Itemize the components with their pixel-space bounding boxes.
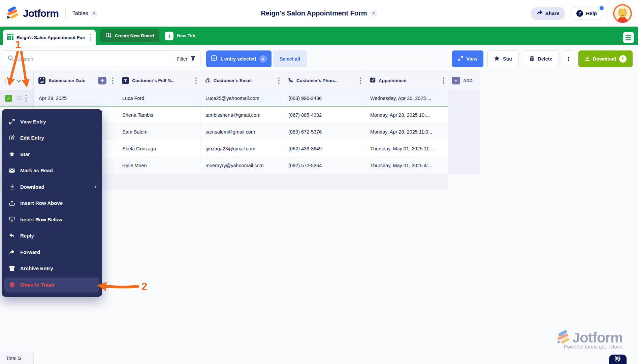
feedback-button[interactable] (609, 355, 627, 364)
cell-email[interactable]: moenryry@yahoomail.com (200, 157, 283, 174)
add-column-label: ADD (463, 78, 473, 83)
chevron-down-icon[interactable] (17, 78, 21, 84)
trash-icon (9, 282, 15, 288)
cell-full-name[interactable]: Shena Tambis (117, 107, 200, 123)
cell-email[interactable]: samsalem@gmail.com (200, 123, 283, 140)
delete-button[interactable]: Delete (523, 50, 559, 67)
cell-phone[interactable]: (092) 572-5264 (283, 157, 365, 174)
menu-item-forward[interactable]: Forward (2, 244, 102, 260)
column-menu-icon[interactable]: ••• (360, 77, 361, 84)
product-label: Tables (72, 10, 88, 16)
column-label: Appointment (379, 78, 407, 83)
select-all-label: Select all (280, 56, 300, 62)
notification-dot (600, 6, 604, 10)
column-header-email[interactable]: @ Customer's Email ••• (200, 71, 283, 90)
column-label: Customer's Email (214, 78, 252, 83)
pin-icon[interactable] (98, 77, 106, 84)
menu-item-label: Move to Trash (20, 282, 54, 288)
cell-full-name[interactable]: Sam Salem (117, 123, 200, 140)
forward-icon (9, 250, 15, 255)
cell-phone[interactable]: (062) 439-8649 (283, 140, 365, 157)
insert-row-below-icon (9, 217, 15, 222)
cell-submission-date[interactable]: Apr 29, 2025 (34, 90, 117, 106)
search-input[interactable] (14, 56, 172, 62)
table-row[interactable]: ✓ ••• Apr 29, 2025 Luca Ford Luca25@yaho… (0, 90, 480, 107)
column-header-full-name[interactable]: T Customer's Full N... ••• (117, 71, 200, 90)
cell-phone[interactable]: (067) 885-4332 (283, 107, 365, 123)
menu-item-insert-row-below[interactable]: Insert Row Below (2, 211, 102, 228)
product-switcher[interactable]: Tables ▾ (72, 10, 97, 17)
cell-appointment[interactable]: Monday, Apr 28, 2025 10:... (365, 107, 448, 123)
user-avatar[interactable] (613, 4, 632, 23)
menu-item-edit-entry[interactable]: Edit Entry (2, 130, 102, 146)
cell-email[interactable]: Luca25@yahoomail.com (200, 90, 283, 106)
more-actions-button[interactable]: ⋮ (563, 50, 574, 67)
menu-item-mark-as-read[interactable]: Mark as Read (2, 162, 102, 179)
menu-item-label: Star (20, 151, 30, 157)
cell-appointment[interactable]: Thursday, May 01, 2025 11:... (365, 140, 448, 157)
active-sheet-tab[interactable]: Reign's Salon Appointment Form ••• (3, 30, 96, 45)
cell-email[interactable]: tambisshena@gmail.com (200, 107, 283, 123)
cell-phone[interactable]: (063) 996-2436 (283, 90, 365, 106)
cell-email[interactable]: ginzaga23@gmail.com (200, 140, 283, 157)
help-button[interactable]: ? Help (570, 7, 603, 20)
select-all-checkbox[interactable] (5, 77, 12, 84)
new-tab-button[interactable]: + New Tab (165, 29, 195, 42)
menu-item-move-to-trash[interactable]: Move to Trash (4, 278, 99, 292)
row-menu-icon[interactable]: ••• (25, 94, 27, 102)
view-button[interactable]: View (452, 50, 483, 67)
watermark-tagline: Powerful forms get it done (556, 344, 623, 350)
envelope-icon (9, 168, 15, 173)
divider (608, 4, 608, 23)
select-all-button[interactable]: Select all (273, 50, 307, 67)
row-gutter: ✓ ••• (0, 90, 34, 106)
cell-full-name[interactable]: Rylie Moen (117, 157, 200, 174)
board-menu-button[interactable] (623, 32, 634, 43)
jotform-watermark-icon (556, 330, 570, 345)
star-button[interactable]: Star (487, 50, 519, 67)
cell-appointment[interactable]: Monday, Apr 28, 2025 11:0... (365, 123, 448, 140)
column-menu-icon[interactable]: ••• (278, 77, 280, 84)
column-header-phone[interactable]: Customer's Phon... ••• (283, 71, 365, 90)
cell-full-name[interactable]: Shela Gonzaga (117, 140, 200, 157)
divider (65, 9, 66, 18)
download-button[interactable]: Download 1 (578, 50, 633, 67)
menu-item-view-entry[interactable]: View Entry (2, 113, 102, 130)
plus-icon: + (165, 32, 173, 40)
menu-item-insert-row-above[interactable]: Insert Row Above (2, 195, 102, 212)
menu-item-star[interactable]: Star (2, 146, 102, 162)
cell-full-name[interactable]: Luca Ford (117, 90, 200, 106)
column-menu-icon[interactable]: ••• (443, 77, 444, 84)
column-header-appointment[interactable]: Appointment ••• (365, 71, 448, 90)
column-menu-icon[interactable]: ••• (112, 77, 114, 84)
add-column-button[interactable]: + ADD (448, 71, 480, 90)
filter-button[interactable]: Filter (172, 51, 200, 67)
column-label: Submission Date (49, 78, 86, 83)
star-label: Star (503, 56, 512, 62)
menu-item-download[interactable]: Download › (2, 179, 102, 195)
menu-item-label: Insert Row Above (20, 200, 63, 206)
column-menu-icon[interactable]: ••• (195, 77, 197, 84)
menu-item-archive-entry[interactable]: Archive Entry (2, 260, 102, 277)
checkbox-check-icon (211, 55, 217, 63)
share-icon (537, 10, 543, 16)
entries-selected-button[interactable]: 1 entry selected ✕ (206, 50, 272, 67)
cell-appointment[interactable]: Thursday, May 01, 2025 4:... (365, 157, 448, 174)
menu-item-label: Archive Entry (20, 265, 53, 271)
logo-group[interactable]: Jotform Tables ▾ (0, 6, 97, 21)
cell-appointment[interactable]: Wednesday, Apr 30, 2025 ... (365, 90, 448, 106)
column-header-submission-date[interactable]: 10 Submission Date ••• (34, 71, 117, 90)
tab-more-icon[interactable]: ••• (88, 33, 92, 42)
row-checkbox-checked[interactable]: ✓ (5, 95, 12, 102)
share-button[interactable]: Share (531, 7, 566, 20)
create-new-board-button[interactable]: Create New Board (100, 29, 159, 42)
bottom-status-bar: Total 5 (0, 352, 638, 364)
cell-phone[interactable]: (083) 672-5376 (283, 123, 365, 140)
clear-selection-icon[interactable]: ✕ (259, 55, 267, 63)
menu-item-reply[interactable]: Reply (2, 228, 102, 244)
row-star-icon[interactable] (16, 95, 22, 102)
filter-funnel-icon (190, 56, 196, 62)
form-title-group[interactable]: Reign's Salon Appointment Form ▾ (261, 0, 377, 27)
search-icon (8, 55, 14, 63)
total-label: Total (6, 356, 17, 361)
